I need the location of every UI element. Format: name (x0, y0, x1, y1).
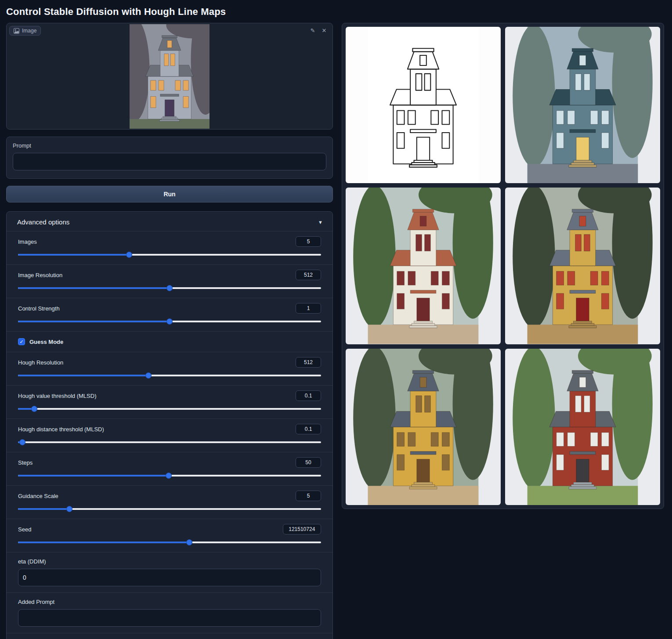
slider-value-guidance-scale[interactable] (296, 491, 321, 501)
slider-value-hough-resolution[interactable] (296, 357, 321, 368)
textbox-row-eta-ddim: eta (DDIM) (7, 552, 332, 592)
output-gallery (342, 23, 664, 509)
input-image-panel: Image ✎ ✕ (6, 23, 333, 130)
painting-teal-house-image (505, 27, 660, 183)
page-title: Control Stable Diffusion with Hough Line… (0, 0, 672, 23)
run-button[interactable]: Run (6, 186, 333, 202)
checkbox-guess-mode[interactable]: ✓ (18, 338, 25, 345)
slider-handle-images[interactable] (126, 252, 132, 258)
prompt-input[interactable] (13, 153, 326, 170)
slider-row-steps: Steps (7, 452, 332, 485)
slider-fill-hough-resolution (18, 375, 148, 376)
slider-track-image-resolution[interactable] (18, 285, 321, 292)
slider-row-image-resolution: Image Resolution (7, 264, 332, 298)
slider-track-hough-resolution[interactable] (18, 372, 321, 379)
slider-handle-guidance-scale[interactable] (66, 506, 72, 512)
slider-fill-image-resolution (18, 287, 170, 289)
slider-value-steps[interactable] (296, 457, 321, 468)
textbox-row-negative-prompt: Negative Prompt (7, 633, 332, 639)
slider-row-hough-distance-threshold-mlsd: Hough distance threshold (MLSD) (7, 419, 332, 452)
slider-track-seed[interactable] (18, 539, 321, 546)
textbox-input-added-prompt[interactable] (18, 609, 321, 627)
slider-row-control-strength: Control Strength (7, 298, 332, 331)
slider-fill-control-strength (18, 321, 170, 322)
slider-track-hough-distance-threshold-mlsd[interactable] (18, 439, 321, 446)
painting-gold-house-image (346, 349, 501, 505)
gallery-item-painting-yellow-house[interactable] (505, 188, 660, 344)
slider-fill-guidance-scale (18, 508, 69, 510)
slider-row-hough-value-threshold-mlsd: Hough value threshold (MLSD) (7, 385, 332, 419)
painting-yellow-house-image (505, 188, 660, 344)
advanced-options-header[interactable]: Advanced options ▼ (7, 212, 332, 231)
textbox-label-added-prompt: Added Prompt (18, 599, 321, 605)
slider-value-images[interactable] (296, 236, 321, 247)
slider-row-hough-resolution: Hough Resolution (7, 352, 332, 385)
slider-track-images[interactable] (18, 251, 321, 258)
uploaded-image[interactable] (130, 24, 210, 129)
slider-handle-seed[interactable] (186, 539, 192, 545)
prompt-label: Prompt (13, 142, 326, 149)
collapse-arrow-icon: ▼ (318, 220, 323, 225)
checkbox-label-guess-mode: Guess Mode (29, 339, 63, 345)
hough-line-map-image (346, 27, 501, 183)
gallery-item-hough-line-map[interactable] (346, 27, 501, 183)
image-label-chip: Image (9, 26, 41, 36)
slider-value-hough-value-threshold-mlsd[interactable] (296, 390, 321, 401)
image-panel-actions: ✎ ✕ (308, 26, 329, 36)
slider-label-steps: Steps (18, 459, 33, 466)
results-column (342, 23, 664, 509)
slider-label-seed: Seed (18, 526, 31, 533)
advanced-controls: ImagesImage ResolutionControl Strength✓G… (7, 231, 332, 639)
advanced-options-title: Advanced options (17, 218, 69, 226)
checkbox-row-guess-mode: ✓Guess Mode (7, 331, 332, 352)
main-layout: Image ✎ ✕ (0, 23, 672, 639)
slider-row-images: Images (7, 231, 332, 264)
slider-track-guidance-scale[interactable] (18, 505, 321, 513)
slider-fill-steps (18, 475, 169, 477)
slider-row-guidance-scale: Guidance Scale (7, 485, 332, 519)
slider-fill-images (18, 254, 129, 256)
slider-label-image-resolution: Image Resolution (18, 272, 62, 278)
slider-label-control-strength: Control Strength (18, 305, 60, 312)
gallery-item-painting-red-house[interactable] (505, 349, 660, 505)
victorian-house-photo (130, 24, 210, 129)
clear-image-button[interactable]: ✕ (319, 26, 329, 36)
slider-label-hough-resolution: Hough Resolution (18, 359, 63, 366)
slider-value-image-resolution[interactable] (296, 270, 321, 280)
textbox-row-added-prompt: Added Prompt (7, 592, 332, 633)
slider-value-control-strength[interactable] (296, 303, 321, 314)
slider-label-hough-distance-threshold-mlsd: Hough distance threshold (MLSD) (18, 426, 104, 433)
slider-handle-hough-resolution[interactable] (145, 372, 152, 379)
image-icon (14, 28, 19, 34)
painting-white-house-image (346, 188, 501, 344)
controls-column: Image ✎ ✕ (6, 23, 333, 639)
gallery-item-painting-white-house[interactable] (346, 188, 501, 344)
gallery-item-painting-teal-house[interactable] (505, 27, 660, 183)
textbox-label-eta-ddim: eta (DDIM) (18, 558, 321, 565)
edit-image-button[interactable]: ✎ (308, 26, 318, 36)
painting-red-house-image (505, 349, 660, 505)
slider-handle-control-strength[interactable] (166, 318, 173, 325)
gallery-item-painting-gold-house[interactable] (346, 349, 501, 505)
advanced-options-panel: Advanced options ▼ ImagesImage Resolutio… (6, 211, 333, 639)
slider-value-hough-distance-threshold-mlsd[interactable] (296, 424, 321, 434)
slider-fill-seed (18, 542, 189, 543)
slider-track-steps[interactable] (18, 472, 321, 479)
slider-handle-hough-distance-threshold-mlsd[interactable] (19, 439, 25, 445)
slider-row-seed: Seed (7, 519, 332, 552)
prompt-panel: Prompt (6, 137, 333, 179)
image-label: Image (22, 28, 36, 34)
slider-label-guidance-scale: Guidance Scale (18, 493, 58, 499)
slider-track-hough-value-threshold-mlsd[interactable] (18, 405, 321, 412)
slider-handle-image-resolution[interactable] (166, 285, 173, 291)
slider-label-hough-value-threshold-mlsd: Hough value threshold (MLSD) (18, 393, 96, 399)
textbox-input-eta-ddim[interactable] (18, 569, 321, 586)
slider-label-images: Images (18, 238, 37, 245)
slider-track-control-strength[interactable] (18, 318, 321, 325)
slider-handle-hough-value-threshold-mlsd[interactable] (31, 406, 37, 412)
slider-handle-steps[interactable] (166, 473, 172, 479)
slider-value-seed[interactable] (283, 524, 321, 534)
